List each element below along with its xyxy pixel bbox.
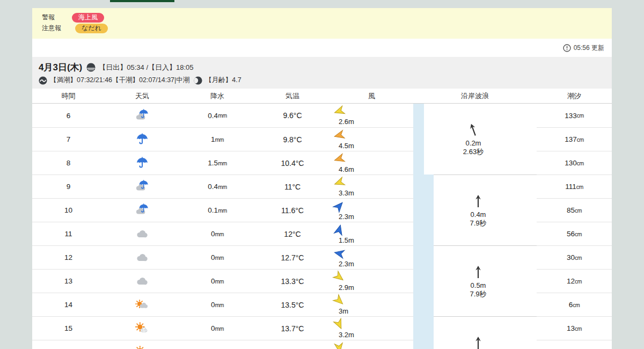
wave-height-strip bbox=[413, 221, 434, 245]
warning-badge[interactable]: 海上風 bbox=[72, 13, 104, 23]
tide-value: 13 bbox=[567, 324, 575, 332]
wave-height-strip bbox=[413, 127, 424, 151]
wind-cell: 1.5m bbox=[330, 222, 413, 245]
tide-cell: 85cm bbox=[537, 198, 612, 222]
hour-row-10: 10 0.1mm11.6°C 2.3m85cm bbox=[32, 198, 612, 222]
precip-value: 0 bbox=[211, 324, 215, 332]
time-cell: 7 bbox=[32, 127, 105, 151]
precip-cell: 1mm bbox=[180, 127, 255, 151]
tide-text: 【満潮】07:32/21:46【干潮】02:07/14:37|中潮 bbox=[50, 76, 189, 85]
temp-cell: 13.3°C bbox=[255, 269, 330, 293]
wind-speed: 3.2m bbox=[339, 331, 354, 339]
temp-cell: 13.6°C bbox=[255, 340, 330, 349]
warning-line: 警報 海上風 bbox=[42, 13, 602, 22]
rain-cloud-icon bbox=[135, 108, 150, 123]
time-cell: 13 bbox=[32, 269, 105, 293]
wind-cell: 2.6m bbox=[330, 104, 413, 127]
temp-cell: 9.8°C bbox=[255, 127, 330, 151]
sun-cloud-gray-icon bbox=[135, 297, 150, 312]
advisory-badge[interactable]: なだれ bbox=[75, 24, 108, 33]
tide-cell: 12cm bbox=[537, 269, 612, 293]
column-header-2: 降水 bbox=[180, 91, 255, 101]
precip-value: 0 bbox=[211, 301, 215, 309]
precip-value: 0.1 bbox=[208, 206, 218, 214]
precip-cell: 0.4mm bbox=[180, 104, 255, 127]
wave-period: 7.9秒 bbox=[470, 290, 486, 299]
date-header-line2: 【満潮】07:32/21:46【干潮】02:07/14:37|中潮 【月齢】4.… bbox=[39, 76, 605, 85]
time-cell: 6 bbox=[32, 104, 105, 127]
temp-cell: 13.7°C bbox=[255, 316, 330, 340]
wind-speed: 2.6m bbox=[339, 118, 354, 126]
temp-value: 9.8°C bbox=[283, 135, 302, 144]
time-value: 13 bbox=[64, 277, 72, 285]
time-value: 10 bbox=[64, 206, 72, 214]
precip-cell: 0mm bbox=[180, 340, 255, 349]
wind-cell: 3.2m bbox=[330, 316, 413, 340]
wave-direction-icon bbox=[472, 194, 485, 210]
time-value: 7 bbox=[67, 135, 71, 143]
weather-cell bbox=[105, 174, 180, 198]
tide-unit: cm bbox=[575, 255, 582, 261]
tide-cell: 6cm bbox=[537, 293, 612, 316]
column-header-3: 気温 bbox=[255, 91, 330, 101]
moon-age-text: 【月齢】4.7 bbox=[205, 76, 241, 85]
tide-value: 56 bbox=[567, 230, 575, 238]
wind-direction-icon bbox=[333, 342, 345, 349]
wave-height-strip bbox=[413, 339, 434, 349]
page-container: 警報 海上風 注意報 なだれ 05:56 更新 4月3日(木) 【日出】 bbox=[32, 8, 612, 349]
wave-group: 0.4m7.9秒 bbox=[434, 175, 523, 246]
time-cell: 15 bbox=[32, 316, 105, 340]
update-time: 05:56 更新 bbox=[574, 43, 604, 53]
tide-value: 111 bbox=[565, 183, 576, 191]
hour-row-7: 7 1mm9.8°C 4.5m137cm bbox=[32, 127, 612, 151]
precip-value: 0 bbox=[211, 277, 215, 285]
sun-cloud-icon bbox=[135, 321, 150, 336]
temp-value: 13.5°C bbox=[281, 301, 304, 309]
hour-row-6: 6 0.4mm9.6°C 2.6m 0.2m2.63秒133cm bbox=[32, 104, 612, 127]
wind-cell: 2.3m bbox=[330, 198, 413, 222]
wind-direction-icon bbox=[333, 200, 345, 212]
temp-value: 12.7°C bbox=[281, 253, 304, 262]
hour-row-9: 9 0.4mm11°C 3.3m 0.4m7.9秒111cm bbox=[32, 174, 612, 198]
temp-value: 12°C bbox=[284, 230, 301, 238]
tide-value: 12 bbox=[567, 277, 575, 285]
weather-cell bbox=[105, 151, 180, 174]
time-cell: 11 bbox=[32, 222, 105, 245]
time-cell: 12 bbox=[32, 245, 105, 269]
wave-cell: 0.5m7.9秒 bbox=[413, 316, 537, 340]
wave-direction-icon bbox=[472, 336, 485, 349]
precip-value: 1.5 bbox=[208, 159, 218, 167]
rain-cloud-icon bbox=[135, 179, 150, 194]
time-value: 14 bbox=[64, 301, 72, 309]
date-header: 4月3日(木) 【日出】05:34 /【日入】18:05 【満潮】07:32/2… bbox=[32, 57, 612, 89]
hour-row-15: 15 0mm13.7°C 3.2m 0.5m7.9秒13cm bbox=[32, 316, 612, 340]
time-value: 8 bbox=[67, 159, 71, 167]
temp-value: 13.7°C bbox=[281, 324, 304, 333]
tide-cell: 31cm bbox=[537, 340, 612, 349]
wave-height-strip bbox=[413, 316, 434, 340]
wave-direction-icon bbox=[467, 122, 480, 139]
tide-unit: cm bbox=[576, 184, 583, 190]
warning-label: 警報 bbox=[42, 13, 68, 22]
cloud-icon bbox=[135, 274, 150, 288]
time-cell: 9 bbox=[32, 174, 105, 198]
hour-row-11: 11 0mm12°C 1.5m56cm bbox=[32, 222, 612, 245]
weather-cell bbox=[105, 340, 180, 349]
sunrise-icon bbox=[86, 63, 96, 72]
tide-cell: 133cm bbox=[537, 104, 612, 127]
wave-group: 0.2m2.63秒 bbox=[424, 104, 523, 174]
wind-cell: 4.6m bbox=[330, 151, 413, 174]
time-cell: 8 bbox=[32, 151, 105, 174]
wind-speed: 4.6m bbox=[339, 165, 354, 173]
tide-value: 137 bbox=[565, 135, 577, 143]
temp-value: 11.6°C bbox=[281, 206, 304, 215]
wave-height-strip bbox=[413, 104, 424, 127]
update-bar: 05:56 更新 bbox=[32, 39, 612, 57]
tide-unit: cm bbox=[575, 207, 582, 214]
tide-unit: cm bbox=[577, 136, 584, 143]
wave-period: 7.9秒 bbox=[470, 219, 486, 228]
wind-cell: 3m bbox=[330, 293, 413, 316]
column-header-0: 時間 bbox=[32, 91, 105, 101]
tide-wave-icon bbox=[39, 76, 47, 85]
precip-cell: 0mm bbox=[180, 269, 255, 293]
